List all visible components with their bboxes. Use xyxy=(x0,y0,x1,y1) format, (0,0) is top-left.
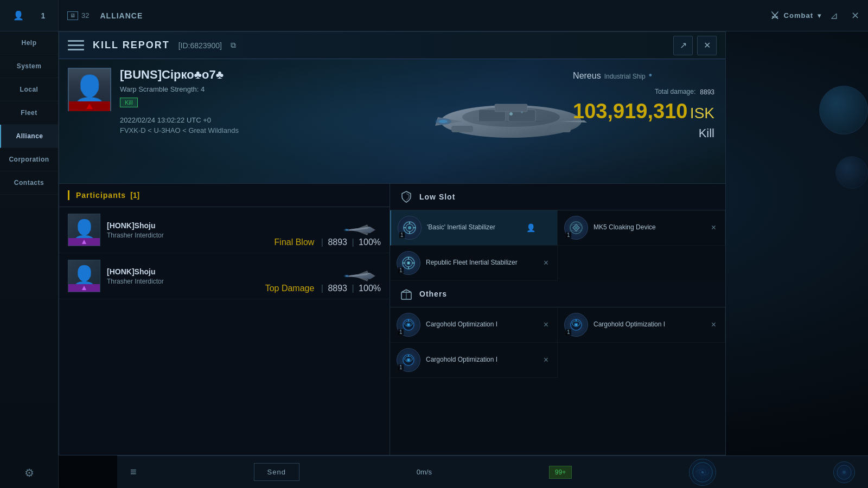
participants-title: Participants xyxy=(76,191,126,200)
slot-item-cloaking[interactable]: 1 MK5 Cloaking Device × xyxy=(558,210,725,246)
ship-class: Industrial Ship xyxy=(604,73,646,80)
minimap-2[interactable] xyxy=(833,461,855,483)
notification-counter[interactable]: 99+ xyxy=(549,466,572,479)
remove-cloaking-button[interactable]: × xyxy=(709,221,718,235)
others-title: Others xyxy=(419,290,447,298)
item-count-1: 1 xyxy=(399,232,405,238)
participants-header: Participants [1] xyxy=(59,184,390,207)
titlebar-actions: ↗ ✕ xyxy=(673,36,717,55)
hamburger-line-3 xyxy=(68,49,84,50)
user-count: 1 xyxy=(41,11,45,20)
pilot-portrait xyxy=(68,68,111,111)
item-name-cloaking: MK5 Cloaking Device xyxy=(593,223,709,232)
remove-cargo-2-button[interactable]: × xyxy=(709,318,718,332)
alliance-label: ALLIANCE xyxy=(100,11,143,20)
low-slot-section: Low Slot xyxy=(390,184,725,281)
sidebar-item-contacts[interactable]: Contacts xyxy=(0,171,58,195)
export-icon: ↗ xyxy=(680,40,687,50)
damage-percent-2: 100% xyxy=(359,284,381,293)
slot-item-cargo-3[interactable]: 1 Cargohold Optimization I × xyxy=(390,343,558,378)
send-button[interactable]: Send xyxy=(254,463,299,481)
close-top-icon[interactable]: ✕ xyxy=(851,10,859,22)
kill-info: [BUNS]Сірко♣о7♣ Warp Scramble Strength: … xyxy=(120,68,239,134)
sidebar-item-local[interactable]: Local xyxy=(0,78,58,101)
bottom-bar: ≡ Send 0m/s 99+ xyxy=(117,455,868,488)
hamburger-line-1 xyxy=(68,40,84,42)
total-damage-value: 8893 xyxy=(700,88,714,96)
svg-point-39 xyxy=(407,324,410,326)
cargohold-icon-3: 1 xyxy=(397,348,420,372)
slot-item-republic-fleet[interactable]: 1 Republic Fleet Inertial Stabilizer × xyxy=(390,246,558,281)
kill-report-titlebar: KILL REPORT [ID:6823900] ⧉ ↗ ✕ xyxy=(59,32,725,59)
stats-separator-4: | xyxy=(352,284,354,293)
stats-separator-2: | xyxy=(352,237,354,247)
svg-point-32 xyxy=(408,262,410,264)
low-slot-title: Low Slot xyxy=(419,192,455,201)
kill-report-id: [ID:6823900] xyxy=(178,41,222,50)
svg-point-56 xyxy=(843,471,846,474)
kill-stats: Nereus Industrial Ship • Total damage: 8… xyxy=(573,70,714,140)
participant-info-2: [HONK]Shoju Thrasher Interdictor xyxy=(107,267,337,285)
kill-body: Participants [1] [HONK]Shoju Thr xyxy=(59,184,725,455)
item-count-3: 1 xyxy=(398,267,404,273)
sidebar-item-help[interactable]: Help xyxy=(0,31,58,55)
low-slot-header: Low Slot xyxy=(390,184,725,210)
remove-cargo-3-button[interactable]: × xyxy=(541,353,551,367)
combat-label: Combat xyxy=(784,11,813,20)
window-icon: 🖥 xyxy=(67,11,78,20)
slot-item-inertial[interactable]: 1 'Basic' Inertial Stabilizer 👤 xyxy=(390,210,558,246)
sidebar-item-corporation[interactable]: Corporation xyxy=(0,148,58,171)
globe-small xyxy=(835,156,868,189)
sidebar-item-fleet[interactable]: Fleet xyxy=(0,101,58,125)
participant-row[interactable]: [HONK]Shoju Thrasher Interdictor xyxy=(59,207,390,253)
remove-republic-button[interactable]: × xyxy=(541,256,551,270)
sidebar-item-system[interactable]: System xyxy=(0,55,58,78)
participants-panel: Participants [1] [HONK]Shoju Thr xyxy=(59,184,390,455)
equipment-panel: Low Slot xyxy=(390,184,725,455)
damage-value-2: 8893 xyxy=(328,284,347,293)
filter-icon[interactable]: ⊿ xyxy=(830,10,838,22)
damage-value-1: 8893 xyxy=(328,237,347,247)
section-bar xyxy=(68,190,69,200)
box-slot-icon xyxy=(399,286,414,301)
item-count-others-3: 1 xyxy=(398,364,404,370)
slot-item-cargo-2[interactable]: 1 Cargohold Optimization I × xyxy=(558,307,725,343)
participant-portrait-2 xyxy=(68,260,100,292)
sidebar-item-alliance[interactable]: Alliance xyxy=(0,125,58,148)
item-name-cargo-3: Cargohold Optimization I xyxy=(426,356,541,364)
stats-separator-3: | xyxy=(321,284,323,293)
damage-percent-1: 100% xyxy=(359,237,381,247)
speed-display: 0m/s xyxy=(417,468,432,476)
hamburger-line-2 xyxy=(68,44,84,46)
ship-svg xyxy=(424,78,598,165)
participant-info-1: [HONK]Shoju Thrasher Interdictor xyxy=(107,221,337,239)
remove-cargo-1-button[interactable]: × xyxy=(541,318,551,332)
user-icon: 👤 xyxy=(13,10,24,21)
copy-icon[interactable]: ⧉ xyxy=(231,41,236,50)
item-name-cargo-1: Cargohold Optimization I xyxy=(426,320,541,329)
svg-point-15 xyxy=(346,275,348,277)
svg-rect-6 xyxy=(495,104,527,112)
rank-dots-2 xyxy=(82,286,86,290)
hamburger-button[interactable] xyxy=(68,39,84,52)
bottom-menu-icon[interactable]: ≡ xyxy=(130,466,137,478)
low-slot-items: 1 'Basic' Inertial Stabilizer 👤 xyxy=(390,210,725,281)
settings-icon[interactable]: ⚙ xyxy=(24,466,34,479)
participant-row-2[interactable]: [HONK]Shoju Thrasher Interdictor xyxy=(59,253,390,299)
participant-name-1: [HONK]Shoju xyxy=(107,221,337,230)
combat-button[interactable]: ⚔ Combat ▾ xyxy=(770,10,821,22)
equip-icon-1: 👤 xyxy=(526,223,535,232)
svg-point-24 xyxy=(575,226,578,229)
minimap[interactable] xyxy=(689,459,716,486)
item-count-others-2: 1 xyxy=(566,329,571,335)
pilot-name: [BUNS]Сірко♣о7♣ xyxy=(120,68,239,82)
globe-large xyxy=(819,86,868,134)
export-button[interactable]: ↗ xyxy=(673,36,693,55)
rank-badge-1 xyxy=(68,238,100,246)
item-count-others-1: 1 xyxy=(398,329,404,335)
svg-point-49 xyxy=(407,359,410,361)
portrait-badge xyxy=(69,101,110,111)
sidebar: 👤 1 Help System Local Fleet Alliance Cor… xyxy=(0,0,59,488)
slot-item-cargo-1[interactable]: 1 Cargohold Optimization I × xyxy=(390,307,558,343)
close-window-button[interactable]: ✕ xyxy=(697,36,717,55)
